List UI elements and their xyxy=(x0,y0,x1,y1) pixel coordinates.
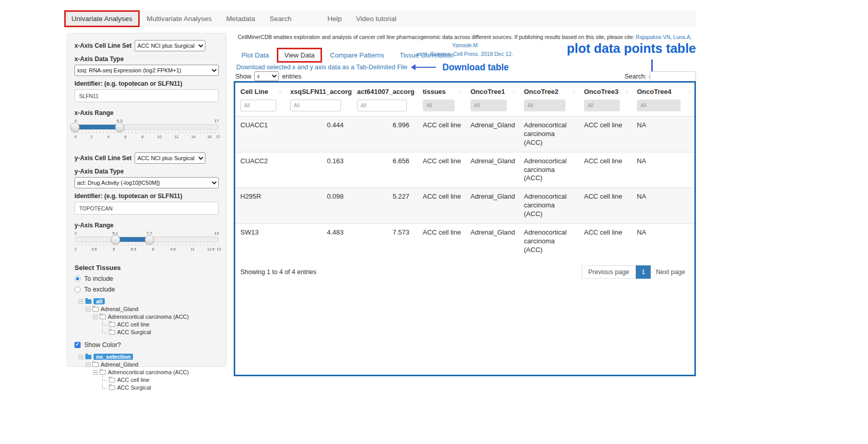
tree-node-acc-cell-line[interactable]: ACC cell line xyxy=(102,321,219,327)
search-label: Search: xyxy=(625,73,647,80)
filter-input-cell-line[interactable] xyxy=(240,100,276,111)
tree-node-all[interactable]: all xyxy=(79,298,219,304)
collapse-icon[interactable] xyxy=(93,315,98,319)
tree-node-acc-surgical[interactable]: ACC Surgical xyxy=(102,329,219,335)
filter-input-oncotree3[interactable] xyxy=(584,100,620,111)
filter-input-tissues[interactable] xyxy=(423,100,455,111)
collapse-icon[interactable] xyxy=(79,299,83,304)
tab-plot-data[interactable]: Plot Data xyxy=(241,51,269,59)
collapse-icon[interactable] xyxy=(93,370,98,375)
x-axis-identifier-label: Identifier: (e.g. topotecan or SLFN11) xyxy=(74,80,219,87)
table-search-input[interactable] xyxy=(650,71,696,82)
filter-input-oncotree2[interactable] xyxy=(524,100,565,111)
tree-node-acc-carcinoma[interactable]: Adrenocortical carcinoma (ACC) xyxy=(93,369,219,375)
nav-item-search[interactable]: Search xyxy=(262,10,299,27)
collapse-icon[interactable] xyxy=(86,362,90,367)
sort-icon xyxy=(459,89,461,94)
collapse-icon[interactable] xyxy=(86,307,90,312)
tree-node-no-selection[interactable]: no_selection xyxy=(79,354,219,360)
table-row[interactable]: SW13 4.483 7.573 ACC cell line Adrenal_G… xyxy=(235,224,694,259)
y-axis-identifier-input[interactable] xyxy=(74,202,219,215)
tree-node-label: Adrenal_Gland xyxy=(101,361,138,368)
entries-label: entries xyxy=(282,73,301,80)
table-row[interactable]: H295R 0.098 5.227 ACC cell line Adrenal_… xyxy=(235,188,694,224)
col-header-tissues[interactable]: tissues xyxy=(418,83,465,98)
tissues-exclude-radio[interactable]: To exclude xyxy=(74,286,219,293)
cell: Adrenocortical carcinoma (ACC) xyxy=(519,188,579,224)
table-row[interactable]: CUACC1 0.444 6.996 ACC cell line Adrenal… xyxy=(235,117,694,152)
show-entries-select[interactable]: 4 xyxy=(254,71,279,81)
tick-label: 2 xyxy=(74,247,77,252)
tree-node-adrenal-gland[interactable]: Adrenal_Gland xyxy=(86,361,219,368)
filter-input-oncotree4[interactable] xyxy=(637,100,681,111)
tab-tissue-correlation[interactable]: Tissue Correlation xyxy=(400,51,454,59)
tree-connector xyxy=(102,375,107,381)
next-page-button[interactable]: Next page xyxy=(651,266,690,278)
y-axis-data-type-select[interactable]: act: Drug Activity (-log10[IC50M]) xyxy=(74,177,219,188)
x-range-track[interactable] xyxy=(74,124,219,130)
x-axis-data-type-label: x-Axis Data Type xyxy=(74,55,219,63)
filter-input-xsqslfn11[interactable] xyxy=(290,100,341,111)
tab-view-data[interactable]: View Data xyxy=(277,48,322,63)
cell: 6.656 xyxy=(352,152,418,188)
nav-item-video-tutorial[interactable]: Video tutorial xyxy=(349,10,404,27)
show-color-checkbox[interactable]: Show Color? xyxy=(74,341,219,349)
col-header-xsqslfn11[interactable]: xsqSLFN11_accorg xyxy=(285,83,352,98)
nav-item-univariate-analyses[interactable]: Univariate Analyses xyxy=(64,10,140,27)
x-range-low-handle[interactable] xyxy=(70,123,80,132)
x-range-ticks: 0 2 4 6 8 10 12 14 16 17 xyxy=(74,131,219,141)
tree-node-acc-surgical[interactable]: ACC Surgical xyxy=(102,384,219,391)
filter-input-oncotree1[interactable] xyxy=(470,100,507,111)
y-range-low-handle[interactable] xyxy=(111,235,120,244)
nav-item-multivariate-analyses[interactable]: Multivariate Analyses xyxy=(140,10,219,27)
cell: Adrenocortical carcinoma (ACC) xyxy=(519,117,579,152)
col-header-oncotree1[interactable]: OncoTree1 xyxy=(465,83,519,98)
collapse-icon[interactable] xyxy=(79,355,83,359)
page-1-button[interactable]: 1 xyxy=(636,265,651,279)
y-axis-cell-line-set-label: y-Axis Cell Line Set xyxy=(74,155,131,162)
x-range-high-handle[interactable] xyxy=(115,123,124,132)
tick-label: 6.5 xyxy=(131,247,136,252)
col-header-oncotree4[interactable]: OncoTree4 xyxy=(632,83,694,98)
filter-input-act641007[interactable] xyxy=(357,100,407,111)
nav-item-metadata[interactable]: Metadata xyxy=(219,10,262,27)
y-range-track[interactable] xyxy=(74,237,219,242)
tick-label: 5 xyxy=(113,247,115,252)
table-row[interactable]: CUACC2 0.163 6.656 ACC cell line Adrenal… xyxy=(235,152,694,188)
tab-compare-patterns[interactable]: Compare Patterns xyxy=(330,51,385,59)
x-axis-data-type-select[interactable]: xsq: RNA-seq Expression (log2 FPKM+1) xyxy=(74,65,219,76)
x-axis-identifier-input[interactable] xyxy=(74,89,219,102)
cell: 7.573 xyxy=(352,224,418,259)
cell: NA xyxy=(632,152,694,188)
y-range-high-handle[interactable] xyxy=(145,235,154,244)
tick-label: 0 xyxy=(74,134,77,139)
settings-sidebar: x-Axis Cell Line Set ACC NCI plus Surgic… xyxy=(67,33,227,367)
tick-label: 9.5 xyxy=(170,247,175,252)
pagination: Previous page 1 Next page xyxy=(581,265,690,279)
tree-node-acc-cell-line[interactable]: ACC cell line xyxy=(102,377,219,383)
tissue-include-tree: all Adrenal_Gland Adrenocortical carcino… xyxy=(79,298,219,335)
cell: Adrenal_Gland xyxy=(465,117,519,152)
download-tab-delimited-link[interactable]: Download selected x and y axis data as a… xyxy=(236,64,407,71)
folder-icon xyxy=(100,370,106,375)
tree-node-adrenal-gland[interactable]: Adrenal_Gland xyxy=(86,306,219,312)
col-header-cell-line[interactable]: Cell Line xyxy=(235,83,285,98)
nav-item-help[interactable]: Help xyxy=(320,10,349,27)
tissues-include-radio[interactable]: To include xyxy=(74,275,219,282)
tree-node-acc-carcinoma[interactable]: Adrenocortical carcinoma (ACC) xyxy=(93,314,219,320)
cell: 0.444 xyxy=(285,117,352,152)
x-axis-range-label: x-Axis Range xyxy=(74,109,219,117)
folder-icon xyxy=(109,378,115,382)
x-axis-cell-line-set-select[interactable]: ACC NCI plus Surgical xyxy=(135,40,205,51)
tick-label: 3.5 xyxy=(91,247,97,252)
folder-icon xyxy=(109,385,115,390)
cell: ACC cell line xyxy=(418,117,465,152)
col-header-act641007[interactable]: act641007_accorg xyxy=(352,83,418,98)
tree-node-label: ACC cell line xyxy=(117,321,149,327)
col-header-oncotree2[interactable]: OncoTree2 xyxy=(519,83,579,98)
previous-page-button[interactable]: Previous page xyxy=(581,265,636,279)
cell: 6.996 xyxy=(352,117,418,152)
y-axis-cell-line-set-select[interactable]: ACC NCI plus Surgical xyxy=(135,152,205,164)
col-header-oncotree3[interactable]: OncoTree3 xyxy=(579,83,632,98)
checkbox-checked-icon xyxy=(74,342,81,348)
